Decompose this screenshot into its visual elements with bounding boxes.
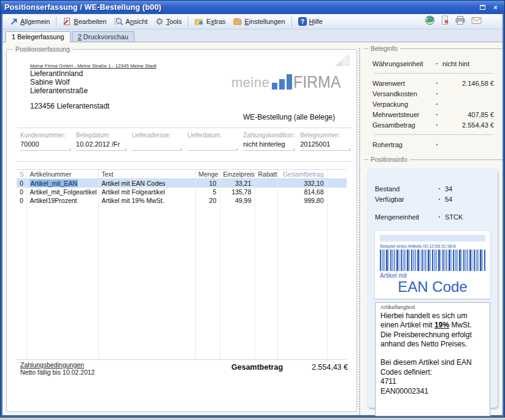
equals-icon: ▪ <box>431 91 442 96</box>
kundennummer-input[interactable]: 70000 <box>20 139 71 151</box>
selected-cell[interactable]: Artikel_mit_EAN <box>30 180 78 187</box>
payment-terms: Zahlungsbedingungen Netto fällig bis 10.… <box>20 361 94 376</box>
menu-allgemein[interactable]: Allgemein <box>6 17 53 27</box>
payment-terms-text: Netto fällig bis 10.02.2012 <box>20 368 94 376</box>
equals-icon: ▪ <box>431 81 442 85</box>
field-belegdatum: Belegdatum: 10.02.2012 /Fr <box>76 132 126 151</box>
row-mehrwertsteuer: Mehrwertsteuer ▪ 407,85 € <box>372 109 494 120</box>
toolbar-right-icons: i <box>425 15 499 28</box>
menu-item-label: Bearbeiten <box>74 18 106 25</box>
col-text: Text <box>98 170 195 179</box>
artikellangtext-card[interactable]: Artikellangtext Hierbei handelt es sich … <box>375 302 490 416</box>
col-extra <box>327 170 347 179</box>
tab-belegerfassung[interactable]: 1 Belegerfassung <box>6 31 71 42</box>
close-button[interactable]: × <box>490 3 501 12</box>
equals-icon: ▪ <box>434 197 445 201</box>
title-bar: Positionserfassung / WE-Bestellung (b00)… <box>1 1 504 14</box>
row-verpackung: Verpackung ▪ <box>372 99 494 109</box>
equals-icon: ▪ <box>434 215 445 219</box>
recipient-street: Lieferantenstraße <box>30 86 88 95</box>
document-type: WE-Bestellung (alle Belege) <box>228 113 350 121</box>
col-rabatt: Rabatt. <box>255 170 277 179</box>
beleginfo-rows: Währungseinheit ▪ nicht hint Warenwert ▪… <box>364 52 503 150</box>
positionserfassung-group: Positionserfassung Meine Firma GmbH - Me… <box>6 49 357 412</box>
menu-hilfe[interactable]: ? Hilfe <box>295 16 326 27</box>
barcode-icon <box>380 250 485 271</box>
menu-bearbeiten[interactable]: Bearbeiten <box>59 16 110 27</box>
artikellangtext-label: Artikellangtext <box>380 304 485 310</box>
table-row[interactable]: 0 Artikel_mit_EAN Artikel mit EAN Codes … <box>17 179 347 188</box>
document-info-icon[interactable]: i <box>441 15 449 28</box>
close-icon: × <box>493 4 497 11</box>
field-zahlungskondition: Zahlungskondition: nicht hinterleg <box>243 132 295 151</box>
lieferadresse-input[interactable] <box>132 139 182 151</box>
barcode-header-strip <box>380 235 485 242</box>
globe-icon[interactable] <box>425 15 435 28</box>
col-artikelnummer: Artikelnummer <box>26 170 98 179</box>
equals-icon: ▪ <box>431 123 442 127</box>
table-empty-area <box>17 205 347 359</box>
menu-item-label: Hilfe <box>309 18 323 25</box>
equals-icon: ▪ <box>434 186 445 191</box>
header-fields: Kundennummer: 70000 Belegdatum: 10.02.20… <box>20 132 350 151</box>
ean-barcode-card: Beispiel eines Artikels 00:12:56:31:98:8… <box>375 231 490 299</box>
svg-text:i: i <box>446 21 447 24</box>
zahlungsbedingungen-link[interactable]: Zahlungsbedingungen <box>20 361 94 368</box>
printer-icon[interactable] <box>455 15 466 28</box>
magnifier-icon <box>114 17 123 26</box>
folder-settings-icon <box>233 17 242 26</box>
row-verfuegbar: Verfügbar ▪ 54 <box>375 194 490 204</box>
toolbar-separator <box>56 17 56 27</box>
field-lieferadresse: Lieferadresse: <box>132 132 182 151</box>
menu-einstellungen[interactable]: Einstellungen <box>229 16 289 27</box>
client-area: Allgemein Bearbeiten Ansicht Tools i Ext… <box>2 14 503 415</box>
menu-item-label: Ansicht <box>126 18 148 25</box>
positions-table: S Artikelnummer Text Menge Einzelpreis R… <box>17 169 347 360</box>
divider <box>17 128 352 128</box>
total-value: 2.554,43 € <box>274 363 348 372</box>
menu-item-label: Einstellungen <box>245 18 285 25</box>
positionsinfo-panel: Bestand ▪ 34 Verfügbar ▪ 54 Mengeneinhei… <box>368 169 498 408</box>
document-preview: Meine Firma GmbH - Meine Straße 1 - 1234… <box>7 50 357 411</box>
equals-icon: ▪ <box>431 102 442 106</box>
tab-druckvorschau[interactable]: 2 Druckvorschau <box>72 31 135 42</box>
field-lieferdatum: Lieferdatum: <box>187 132 237 151</box>
logo-text-right: FIRMA <box>293 75 341 90</box>
help-icon: ? <box>298 17 307 26</box>
svg-text:?: ? <box>301 18 304 25</box>
page-fold-icon <box>334 53 350 69</box>
company-logo: meine FIRMA <box>231 74 345 90</box>
window-title: Positionserfassung / WE-Bestellung (b00) <box>4 3 475 12</box>
table-header-row: S Artikelnummer Text Menge Einzelpreis R… <box>17 170 347 179</box>
row-versandkosten: Versandkosten ▪ <box>372 88 494 99</box>
menu-tools[interactable]: Tools <box>152 16 186 27</box>
mail-icon[interactable] <box>471 16 482 27</box>
app-window: Positionserfassung / WE-Bestellung (b00)… <box>0 0 505 418</box>
equals-icon: ▪ <box>431 61 442 66</box>
lieferdatum-input[interactable] <box>187 139 237 151</box>
logo-barchart-icon <box>272 74 292 90</box>
table-row[interactable]: 0 Artikel_mit_Folgeartikel Artikel mit F… <box>17 188 347 196</box>
recipient-city: 123456 Lieferantenstadt <box>30 102 109 110</box>
menu-extras[interactable]: i Extras <box>191 16 229 27</box>
menu-item-label: Extras <box>206 18 225 25</box>
row-bestand: Bestand ▪ 34 <box>375 183 490 194</box>
zahlungskondition-input[interactable]: nicht hinterleg <box>243 139 295 151</box>
row-rohertrag: Rohertrag ▪ <box>372 139 494 150</box>
col-s: S <box>17 170 26 179</box>
tab-strip: 1 Belegerfassung 2 Druckvorschau <box>2 29 503 42</box>
table-row[interactable]: 0 Artikel19Prozent Artikel mit 19% MwSt.… <box>17 196 347 205</box>
field-belegnummer: Belegnummer: 20125001 <box>300 132 350 151</box>
arrow-upright-icon <box>10 18 18 26</box>
menu-item-label: Tools <box>166 18 182 25</box>
page-boundary-separator <box>359 48 360 414</box>
belegdatum-input[interactable]: 10.02.2012 /Fr <box>76 139 126 151</box>
divider <box>374 73 493 74</box>
restore-button[interactable] <box>477 3 488 12</box>
info-panel: Beleginfo Währungseinheit ▪ nicht hint W… <box>364 43 503 408</box>
menu-ansicht[interactable]: Ansicht <box>110 16 152 27</box>
recipient-name: LieferantInnland <box>30 69 83 78</box>
equals-icon: ▪ <box>431 112 442 116</box>
belegnummer-input[interactable]: 20125001 <box>300 139 350 151</box>
row-mengeneinheit: Mengeneinheit ▪ STCK <box>375 212 490 222</box>
